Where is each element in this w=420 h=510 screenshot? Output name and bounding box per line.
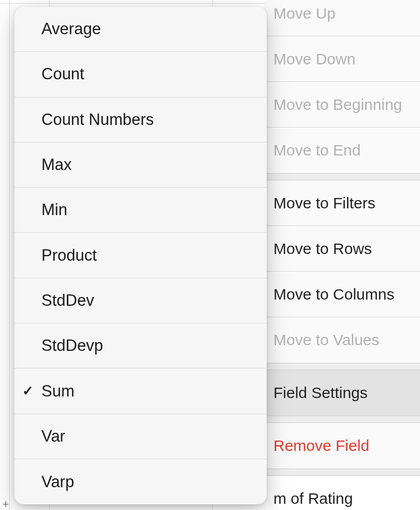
agg-option-stddevp[interactable]: StdDevp xyxy=(15,323,267,369)
check-icon: ✓ xyxy=(15,383,41,399)
agg-option-label: Average xyxy=(41,20,267,38)
agg-option-stddev[interactable]: StdDev xyxy=(15,278,267,323)
menu-move-up: Move Up xyxy=(265,0,420,36)
agg-option-max[interactable]: Max xyxy=(15,143,267,188)
menu-move-to-filters[interactable]: Move to Filters xyxy=(265,180,420,226)
agg-option-label: Product xyxy=(41,246,267,265)
value-field-pill-partial[interactable]: m of Rating xyxy=(265,476,420,510)
field-context-menu: Move Up Move Down Move to Beginning Move… xyxy=(265,0,420,510)
menu-separator xyxy=(265,469,420,476)
agg-option-label: StdDevp xyxy=(41,336,267,355)
menu-move-to-beginning: Move to Beginning xyxy=(265,82,420,128)
agg-option-label: Sum xyxy=(41,382,267,401)
agg-option-min[interactable]: Min xyxy=(15,188,267,233)
menu-field-settings[interactable]: Field Settings xyxy=(265,370,420,416)
agg-option-count-numbers[interactable]: Count Numbers xyxy=(15,97,267,143)
agg-option-label: Var xyxy=(41,427,267,446)
agg-option-sum[interactable]: ✓ Sum xyxy=(15,369,267,414)
agg-option-label: Min xyxy=(41,201,267,219)
menu-move-to-end: Move to End xyxy=(265,128,420,173)
agg-option-average[interactable]: Average xyxy=(15,7,267,52)
agg-option-label: Count xyxy=(41,65,267,83)
menu-move-to-columns[interactable]: Move to Columns xyxy=(265,272,420,317)
menu-remove-field[interactable]: Remove Field xyxy=(265,423,420,469)
agg-option-label: Max xyxy=(41,155,267,174)
menu-move-down: Move Down xyxy=(265,36,420,82)
agg-option-varp[interactable]: Varp xyxy=(15,459,267,504)
agg-option-var[interactable]: Var xyxy=(15,414,267,459)
menu-separator xyxy=(265,173,420,180)
menu-move-to-rows[interactable]: Move to Rows xyxy=(265,226,420,272)
agg-option-label: StdDev xyxy=(41,291,267,310)
menu-separator xyxy=(265,363,420,370)
agg-option-count[interactable]: Count xyxy=(15,52,267,97)
agg-option-product[interactable]: Product xyxy=(15,233,267,278)
add-sheet-icon[interactable]: + xyxy=(0,499,11,510)
agg-option-label: Count Numbers xyxy=(41,110,267,129)
menu-move-to-values: Move to Values xyxy=(265,317,420,363)
menu-separator xyxy=(265,416,420,423)
agg-option-label: Varp xyxy=(41,473,267,491)
summarize-by-submenu: Average Count Count Numbers Max Min Prod… xyxy=(15,7,267,504)
